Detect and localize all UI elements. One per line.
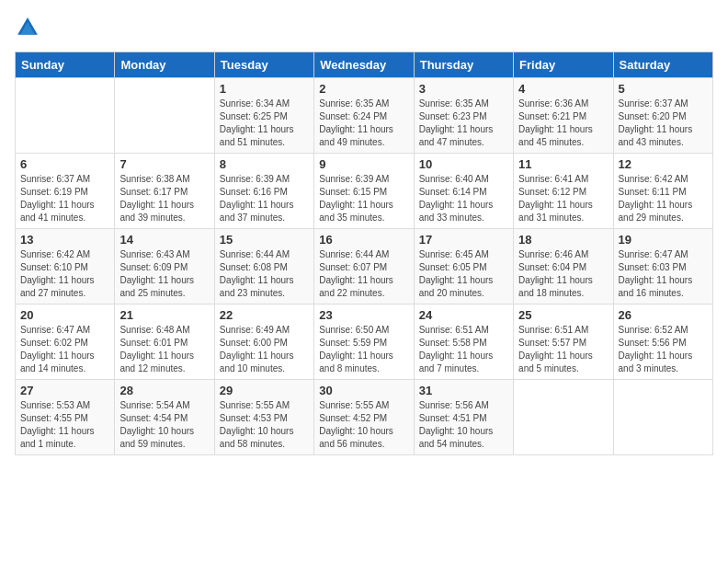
calendar-cell bbox=[16, 78, 115, 154]
calendar-cell: 3Sunrise: 6:35 AM Sunset: 6:23 PM Daylig… bbox=[414, 78, 513, 154]
day-info: Sunrise: 6:38 AM Sunset: 6:17 PM Dayligh… bbox=[119, 173, 209, 224]
day-info: Sunrise: 6:40 AM Sunset: 6:14 PM Dayligh… bbox=[419, 173, 508, 224]
day-number: 19 bbox=[619, 233, 708, 247]
day-number: 25 bbox=[518, 308, 608, 322]
day-info: Sunrise: 5:55 AM Sunset: 4:53 PM Dayligh… bbox=[220, 399, 309, 451]
calendar-cell bbox=[514, 380, 613, 455]
day-info: Sunrise: 6:47 AM Sunset: 6:02 PM Dayligh… bbox=[20, 324, 109, 375]
day-number: 18 bbox=[518, 233, 608, 247]
day-info: Sunrise: 6:39 AM Sunset: 6:15 PM Dayligh… bbox=[319, 173, 408, 224]
day-number: 31 bbox=[419, 384, 508, 397]
week-row-5: 27Sunrise: 5:53 AM Sunset: 4:55 PM Dayli… bbox=[16, 380, 713, 455]
calendar-cell: 24Sunrise: 6:51 AM Sunset: 5:58 PM Dayli… bbox=[414, 304, 513, 380]
day-number: 26 bbox=[619, 308, 708, 322]
day-number: 5 bbox=[619, 82, 708, 96]
day-info: Sunrise: 6:45 AM Sunset: 6:05 PM Dayligh… bbox=[419, 248, 508, 300]
day-number: 28 bbox=[119, 384, 209, 397]
calendar-cell: 1Sunrise: 6:34 AM Sunset: 6:25 PM Daylig… bbox=[214, 78, 313, 154]
day-number: 8 bbox=[220, 157, 309, 171]
day-info: Sunrise: 5:53 AM Sunset: 4:55 PM Dayligh… bbox=[20, 399, 109, 451]
day-number: 14 bbox=[119, 233, 209, 247]
calendar-cell: 19Sunrise: 6:47 AM Sunset: 6:03 PM Dayli… bbox=[613, 229, 712, 304]
day-number: 2 bbox=[319, 82, 408, 96]
calendar-cell: 4Sunrise: 6:36 AM Sunset: 6:21 PM Daylig… bbox=[514, 78, 613, 154]
day-number: 29 bbox=[220, 384, 309, 397]
calendar-cell: 10Sunrise: 6:40 AM Sunset: 6:14 PM Dayli… bbox=[414, 154, 513, 229]
day-number: 12 bbox=[619, 157, 708, 171]
day-info: Sunrise: 6:35 AM Sunset: 6:24 PM Dayligh… bbox=[319, 98, 408, 149]
day-info: Sunrise: 6:42 AM Sunset: 6:10 PM Dayligh… bbox=[20, 248, 109, 300]
day-info: Sunrise: 6:35 AM Sunset: 6:23 PM Dayligh… bbox=[419, 98, 508, 149]
day-info: Sunrise: 6:51 AM Sunset: 5:57 PM Dayligh… bbox=[518, 324, 608, 375]
day-number: 21 bbox=[119, 308, 209, 322]
day-number: 11 bbox=[518, 157, 608, 171]
calendar-table: SundayMondayTuesdayWednesdayThursdayFrid… bbox=[15, 52, 713, 455]
day-info: Sunrise: 6:51 AM Sunset: 5:58 PM Dayligh… bbox=[419, 324, 508, 375]
calendar-cell: 22Sunrise: 6:49 AM Sunset: 6:00 PM Dayli… bbox=[214, 304, 313, 380]
calendar-cell: 26Sunrise: 6:52 AM Sunset: 5:56 PM Dayli… bbox=[613, 304, 712, 380]
week-row-4: 20Sunrise: 6:47 AM Sunset: 6:02 PM Dayli… bbox=[16, 304, 713, 380]
calendar-cell: 28Sunrise: 5:54 AM Sunset: 4:54 PM Dayli… bbox=[115, 380, 214, 455]
calendar-cell bbox=[115, 78, 214, 154]
calendar-cell: 6Sunrise: 6:37 AM Sunset: 6:19 PM Daylig… bbox=[16, 154, 115, 229]
day-number: 22 bbox=[220, 308, 309, 322]
calendar-cell: 5Sunrise: 6:37 AM Sunset: 6:20 PM Daylig… bbox=[613, 78, 712, 154]
calendar-cell: 20Sunrise: 6:47 AM Sunset: 6:02 PM Dayli… bbox=[16, 304, 115, 380]
day-info: Sunrise: 6:48 AM Sunset: 6:01 PM Dayligh… bbox=[119, 324, 209, 375]
day-info: Sunrise: 6:43 AM Sunset: 6:09 PM Dayligh… bbox=[119, 248, 209, 300]
day-header-friday: Friday bbox=[514, 52, 613, 78]
day-number: 15 bbox=[220, 233, 309, 247]
calendar-cell: 23Sunrise: 6:50 AM Sunset: 5:59 PM Dayli… bbox=[314, 304, 414, 380]
calendar-cell bbox=[613, 380, 712, 455]
day-header-thursday: Thursday bbox=[414, 52, 513, 78]
calendar-cell: 7Sunrise: 6:38 AM Sunset: 6:17 PM Daylig… bbox=[115, 154, 214, 229]
day-number: 13 bbox=[20, 233, 109, 247]
day-number: 7 bbox=[119, 157, 209, 171]
day-header-monday: Monday bbox=[115, 52, 214, 78]
calendar-cell: 12Sunrise: 6:42 AM Sunset: 6:11 PM Dayli… bbox=[613, 154, 712, 229]
calendar-cell: 14Sunrise: 6:43 AM Sunset: 6:09 PM Dayli… bbox=[115, 229, 214, 304]
day-info: Sunrise: 5:56 AM Sunset: 4:51 PM Dayligh… bbox=[419, 399, 508, 451]
day-number: 23 bbox=[319, 308, 408, 322]
calendar-cell: 17Sunrise: 6:45 AM Sunset: 6:05 PM Dayli… bbox=[414, 229, 513, 304]
day-number: 9 bbox=[319, 157, 408, 171]
day-info: Sunrise: 6:44 AM Sunset: 6:07 PM Dayligh… bbox=[319, 248, 408, 300]
calendar-cell: 16Sunrise: 6:44 AM Sunset: 6:07 PM Dayli… bbox=[314, 229, 414, 304]
day-info: Sunrise: 6:52 AM Sunset: 5:56 PM Dayligh… bbox=[619, 324, 708, 375]
calendar-cell: 21Sunrise: 6:48 AM Sunset: 6:01 PM Dayli… bbox=[115, 304, 214, 380]
calendar-cell: 25Sunrise: 6:51 AM Sunset: 5:57 PM Dayli… bbox=[514, 304, 613, 380]
day-number: 1 bbox=[220, 82, 309, 96]
calendar-cell: 18Sunrise: 6:46 AM Sunset: 6:04 PM Dayli… bbox=[514, 229, 613, 304]
week-row-2: 6Sunrise: 6:37 AM Sunset: 6:19 PM Daylig… bbox=[16, 154, 713, 229]
calendar-cell: 31Sunrise: 5:56 AM Sunset: 4:51 PM Dayli… bbox=[414, 380, 513, 455]
day-info: Sunrise: 6:39 AM Sunset: 6:16 PM Dayligh… bbox=[220, 173, 309, 224]
day-info: Sunrise: 6:37 AM Sunset: 6:19 PM Dayligh… bbox=[20, 173, 109, 224]
day-number: 3 bbox=[419, 82, 508, 96]
day-header-sunday: Sunday bbox=[16, 52, 115, 78]
calendar-cell: 15Sunrise: 6:44 AM Sunset: 6:08 PM Dayli… bbox=[214, 229, 313, 304]
day-info: Sunrise: 6:47 AM Sunset: 6:03 PM Dayligh… bbox=[619, 248, 708, 300]
day-number: 4 bbox=[518, 82, 608, 96]
day-number: 10 bbox=[419, 157, 508, 171]
calendar-cell: 13Sunrise: 6:42 AM Sunset: 6:10 PM Dayli… bbox=[16, 229, 115, 304]
day-number: 20 bbox=[20, 308, 109, 322]
day-info: Sunrise: 6:36 AM Sunset: 6:21 PM Dayligh… bbox=[518, 98, 608, 149]
calendar-cell: 9Sunrise: 6:39 AM Sunset: 6:15 PM Daylig… bbox=[314, 154, 414, 229]
logo bbox=[15, 15, 44, 40]
calendar-cell: 27Sunrise: 5:53 AM Sunset: 4:55 PM Dayli… bbox=[16, 380, 115, 455]
day-number: 16 bbox=[319, 233, 408, 247]
day-info: Sunrise: 6:42 AM Sunset: 6:11 PM Dayligh… bbox=[619, 173, 708, 224]
day-info: Sunrise: 6:49 AM Sunset: 6:00 PM Dayligh… bbox=[220, 324, 309, 375]
day-header-tuesday: Tuesday bbox=[214, 52, 313, 78]
calendar-cell: 8Sunrise: 6:39 AM Sunset: 6:16 PM Daylig… bbox=[214, 154, 313, 229]
day-info: Sunrise: 5:55 AM Sunset: 4:52 PM Dayligh… bbox=[319, 399, 408, 451]
day-header-wednesday: Wednesday bbox=[314, 52, 414, 78]
day-number: 24 bbox=[419, 308, 508, 322]
day-number: 6 bbox=[20, 157, 109, 171]
week-row-3: 13Sunrise: 6:42 AM Sunset: 6:10 PM Dayli… bbox=[16, 229, 713, 304]
day-info: Sunrise: 6:41 AM Sunset: 6:12 PM Dayligh… bbox=[518, 173, 608, 224]
day-number: 17 bbox=[419, 233, 508, 247]
calendar-cell: 2Sunrise: 6:35 AM Sunset: 6:24 PM Daylig… bbox=[314, 78, 414, 154]
day-info: Sunrise: 6:37 AM Sunset: 6:20 PM Dayligh… bbox=[619, 98, 708, 149]
header-row: SundayMondayTuesdayWednesdayThursdayFrid… bbox=[16, 52, 713, 78]
